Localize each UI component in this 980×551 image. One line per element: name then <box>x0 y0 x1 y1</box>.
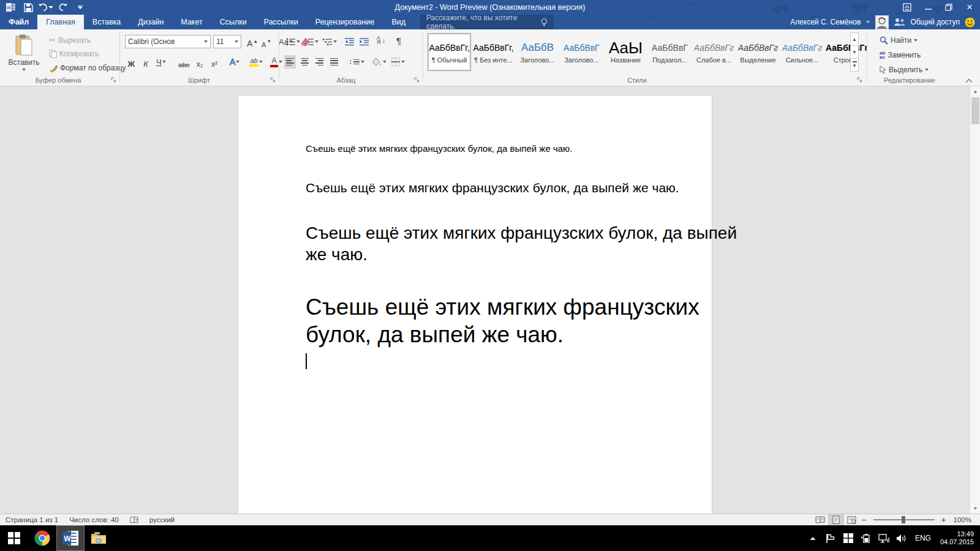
highlight-color-button[interactable]: ab <box>247 55 265 69</box>
page-indicator[interactable]: Страница 1 из 1 <box>0 514 64 525</box>
account-name[interactable]: Алексей С. Семёнов <box>790 18 861 26</box>
shading-button[interactable] <box>370 55 388 69</box>
hidden-icons-chevron[interactable] <box>806 531 820 545</box>
subscript-button[interactable]: х₂ <box>194 55 206 69</box>
tab-view[interactable]: Вид <box>383 15 414 29</box>
show-marks-button[interactable]: ¶ <box>394 34 403 47</box>
undo-dropdown-caret[interactable] <box>48 6 53 9</box>
battery-icon[interactable] <box>859 531 873 545</box>
zoom-slider[interactable] <box>873 519 935 520</box>
zoom-out-button[interactable]: − <box>860 515 869 525</box>
scrollbar-thumb[interactable] <box>971 97 979 124</box>
document-canvas[interactable]: Съешь ещё этих мягких французских булок,… <box>0 86 980 514</box>
account-dropdown-caret[interactable] <box>865 21 870 23</box>
style-item-strong[interactable]: АаБбВвГг, Строгий <box>824 33 868 71</box>
vertical-scrollbar[interactable]: ▲ ▼ <box>970 86 980 514</box>
minimize-button[interactable] <box>918 0 938 15</box>
tab-file[interactable]: Файл <box>0 15 37 29</box>
action-center-flag-icon[interactable] <box>824 531 837 545</box>
font-color-button[interactable]: А <box>268 55 284 69</box>
multilevel-list-button[interactable] <box>321 35 339 48</box>
italic-button[interactable]: К <box>140 55 152 69</box>
word-count[interactable]: Число слов: 40 <box>64 514 124 525</box>
tab-home[interactable]: Главная <box>37 15 84 29</box>
align-left-button[interactable] <box>284 55 296 69</box>
close-button[interactable]: × <box>959 0 980 15</box>
numbering-button[interactable]: 123 <box>303 35 320 48</box>
decrease-indent-button[interactable] <box>343 35 356 48</box>
tab-layout[interactable]: Макет <box>172 15 211 29</box>
undo-button[interactable] <box>38 1 53 14</box>
taskbar-chrome-icon[interactable] <box>28 525 56 551</box>
tab-references[interactable]: Ссылки <box>211 15 255 29</box>
zoom-in-button[interactable]: + <box>940 515 948 525</box>
zoom-level[interactable]: 100% <box>948 514 980 525</box>
customize-qat-button[interactable] <box>73 1 88 14</box>
paste-button[interactable]: Вставить <box>6 33 42 72</box>
format-painter-button[interactable]: Формат по образцу <box>47 62 129 73</box>
scroll-down-arrow[interactable]: ▼ <box>970 503 980 514</box>
zoom-slider-thumb[interactable] <box>902 516 905 523</box>
document-content[interactable]: Съешь ещё этих мягких французских булок,… <box>306 143 674 369</box>
align-right-button[interactable] <box>314 55 325 69</box>
tab-mailings[interactable]: Рассылки <box>255 15 307 29</box>
style-item-heading2[interactable]: АаБбВвГ Заголово... <box>560 33 603 71</box>
ribbon-display-options-button[interactable] <box>897 0 918 15</box>
style-item-emphasis[interactable]: АаБбВвГг Выделение <box>736 33 780 71</box>
text-effects-button[interactable]: А <box>228 55 241 69</box>
web-layout-button[interactable] <box>844 514 860 526</box>
strikethrough-button[interactable]: abc <box>176 55 192 69</box>
redo-button[interactable] <box>56 1 70 14</box>
scroll-up-arrow[interactable]: ▲ <box>970 86 980 97</box>
share-button[interactable]: Общий доступ <box>910 18 960 26</box>
paragraph-11pt[interactable]: Съешь ещё этих мягких французских булок,… <box>306 143 674 155</box>
style-item-intense-emphasis[interactable]: АаБбВвГг Сильное... <box>780 33 824 71</box>
shrink-font-button[interactable]: А▼ <box>260 35 273 48</box>
taskbar-word-icon[interactable]: W <box>56 525 85 551</box>
cut-button[interactable]: ✂Вырезать <box>47 34 93 46</box>
replace-button[interactable]: ab ac Заменить <box>877 50 923 61</box>
volume-icon[interactable] <box>895 531 908 545</box>
copy-button[interactable]: Копировать <box>47 48 102 59</box>
account-avatar[interactable] <box>875 15 889 29</box>
paste-dropdown-caret[interactable] <box>22 69 26 71</box>
print-layout-button[interactable] <box>828 514 844 526</box>
document-page[interactable]: Съешь ещё этих мягких французских булок,… <box>238 95 712 514</box>
tab-insert[interactable]: Вставка <box>84 15 129 29</box>
style-item-no-spacing[interactable]: АаБбВвГг, ¶ Без инте... <box>472 33 515 71</box>
styles-scroll-up-button[interactable]: ▲ <box>850 32 859 46</box>
styles-more-button[interactable]: ▼ <box>850 58 859 72</box>
clipboard-dialog-launcher[interactable] <box>109 75 118 84</box>
font-size-combo[interactable]: 11 <box>213 35 241 48</box>
taskbar-explorer-icon[interactable] <box>85 525 113 551</box>
style-item-normal[interactable]: АаБбВвГг, ¶ Обычный <box>428 33 471 71</box>
line-spacing-button[interactable]: ↕ <box>347 55 366 69</box>
restore-button[interactable] <box>938 0 959 15</box>
collapse-ribbon-button[interactable] <box>965 78 973 83</box>
style-item-subtitle[interactable]: АаБбВвГ Подзагол... <box>648 33 692 71</box>
tab-review[interactable]: Рецензирование <box>307 15 383 29</box>
increase-indent-button[interactable] <box>358 35 371 48</box>
bold-button[interactable]: Ж <box>125 55 137 69</box>
style-item-title[interactable]: АаЫ Название <box>604 33 647 71</box>
styles-scroll-down-button[interactable]: ▼ <box>850 45 859 59</box>
font-dialog-launcher[interactable] <box>268 75 277 84</box>
borders-button[interactable] <box>390 55 407 69</box>
style-item-subtle-emphasis[interactable]: АаБбВвГг Слабое в... <box>692 33 736 71</box>
bullets-button[interactable] <box>284 35 302 48</box>
style-item-heading1[interactable]: АаБбВ Заголово... <box>516 33 559 71</box>
input-language-indicator[interactable]: ENG <box>913 534 933 542</box>
feedback-smiley-icon[interactable] <box>965 17 975 28</box>
paragraph-16pt[interactable]: Съешь ещё этих мягких французских булок,… <box>306 179 674 197</box>
find-button[interactable]: Найти <box>877 35 920 46</box>
tell-me-box[interactable]: Расскажите, что вы хотите сделать. <box>420 15 554 29</box>
grow-font-button[interactable]: А▲ <box>245 35 260 48</box>
paragraph-dialog-launcher[interactable] <box>412 75 421 84</box>
styles-dialog-launcher[interactable] <box>855 75 864 84</box>
superscript-button[interactable]: х² <box>208 55 221 69</box>
language-indicator[interactable]: русский <box>144 514 180 525</box>
select-button[interactable]: Выделить <box>877 64 931 75</box>
paragraph-22pt[interactable]: Съешь ещё этих мягких французских булок,… <box>306 222 674 265</box>
underline-button[interactable]: Ч <box>154 55 168 69</box>
paragraph-28pt[interactable]: Съешь ещё этих мягких французских булок,… <box>306 293 674 348</box>
